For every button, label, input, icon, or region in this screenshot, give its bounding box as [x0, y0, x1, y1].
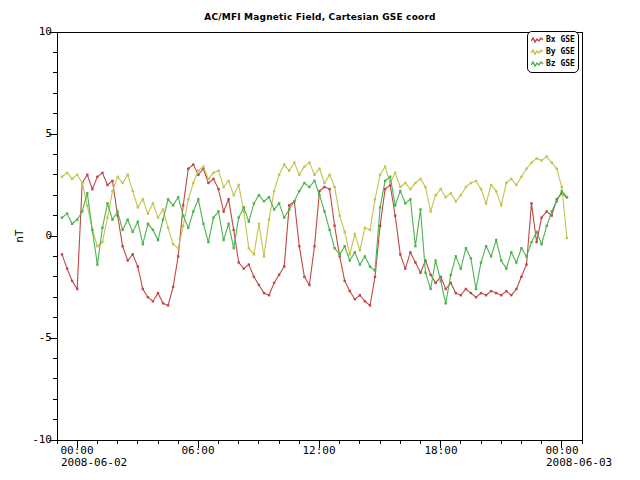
bx-line-sample-icon [531, 36, 544, 44]
x-axis-date-start: 2008-06-02 [61, 457, 127, 468]
y-tick-label-3: -5 [10, 332, 52, 344]
y-tick-label-1: 5 [10, 128, 52, 140]
y-tick-label-0: 10 [10, 26, 52, 38]
x-tick-label-0: 00:00 [47, 445, 107, 456]
x-tick-label-4: 00:00 [532, 445, 592, 456]
legend-item-bx: Bx GSE [531, 34, 575, 46]
x-tick-label-2: 12:00 [289, 445, 349, 456]
legend-label-bx: Bx GSE [546, 34, 575, 46]
legend-item-bz: Bz GSE [531, 58, 575, 70]
y-axis-title: nT [8, 224, 32, 248]
bz-line-sample-icon [531, 60, 544, 68]
plot-screenshot: AC/MFI Magnetic Field, Cartesian GSE coo… [0, 0, 640, 480]
legend: Bx GSE By GSE Bz GSE [527, 31, 579, 73]
legend-label-bz: Bz GSE [546, 58, 575, 70]
x-axis-date-end: 2008-06-03 [546, 457, 612, 468]
x-tick-label-1: 06:00 [168, 445, 228, 456]
legend-label-by: By GSE [546, 46, 575, 58]
x-tick-label-3: 18:00 [411, 445, 471, 456]
legend-item-by: By GSE [531, 46, 575, 58]
by-line-sample-icon [531, 48, 544, 56]
y-tick-label-4: -10 [10, 434, 52, 446]
